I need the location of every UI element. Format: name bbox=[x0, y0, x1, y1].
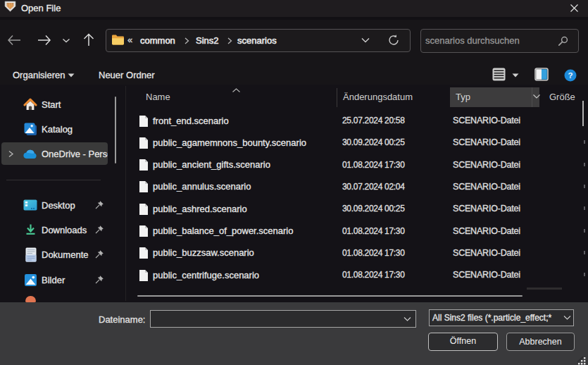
svg-text:?: ? bbox=[568, 71, 573, 80]
